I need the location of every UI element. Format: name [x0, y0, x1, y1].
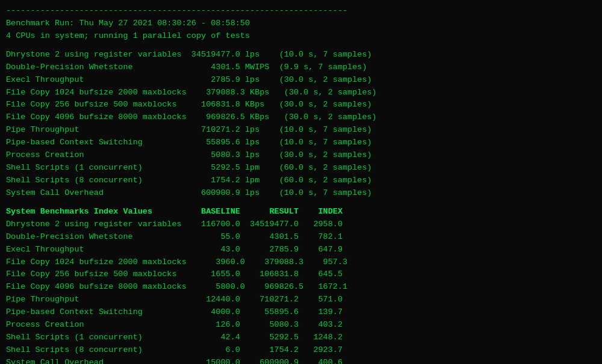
- benchmark-row: Shell Scripts (1 concurrent) 5292.5 lpm …: [6, 162, 596, 174]
- benchmark-row: File Copy 1024 bufsize 2000 maxblocks 37…: [6, 87, 596, 99]
- index-table-row: File Copy 1024 bufsize 2000 maxblocks 39…: [6, 256, 596, 269]
- terminal-output: ----------------------------------------…: [6, 5, 596, 364]
- index-table-header: System Benchmarks Index Values BASELINE …: [6, 206, 596, 218]
- benchmark-row: Pipe Throughput 710271.2 lps (10.0 s, 7 …: [6, 124, 596, 137]
- benchmark-run-line: Benchmark Run: Thu May 27 2021 08:30:26 …: [6, 17, 596, 30]
- index-table-row: Pipe-based Context Switching 4000.0 5589…: [6, 306, 596, 319]
- index-table-row: Execl Throughput 43.0 2785.9 647.9: [6, 244, 596, 256]
- top-separator: ----------------------------------------…: [6, 5, 596, 17]
- index-table-row: Double-Precision Whetstone 55.0 4301.5 7…: [6, 231, 596, 244]
- benchmark-row: Double-Precision Whetstone 4301.5 MWIPS …: [6, 61, 596, 74]
- benchmarks-section: Dhrystone 2 using register variables 345…: [6, 49, 596, 200]
- benchmark-row: Process Creation 5080.3 lps (30.0 s, 2 s…: [6, 149, 596, 162]
- benchmark-row: Execl Throughput 2785.9 lps (30.0 s, 2 s…: [6, 74, 596, 87]
- benchmark-row: Pipe-based Context Switching 55895.6 lps…: [6, 137, 596, 149]
- benchmark-row: Shell Scripts (8 concurrent) 1754.2 lpm …: [6, 174, 596, 187]
- index-table-row: System Call Overhead 15000.0 600900.9 40…: [6, 357, 596, 364]
- benchmark-row: File Copy 4096 bufsize 8000 maxblocks 96…: [6, 111, 596, 124]
- index-table-row: Dhrystone 2 using register variables 116…: [6, 218, 596, 231]
- index-table-row: Shell Scripts (8 concurrent) 6.0 1754.2 …: [6, 344, 596, 357]
- benchmark-row: File Copy 256 bufsize 500 maxblocks 1068…: [6, 99, 596, 111]
- index-table: System Benchmarks Index Values BASELINE …: [6, 206, 596, 364]
- index-table-row: File Copy 256 bufsize 500 maxblocks 1655…: [6, 268, 596, 281]
- index-table-row: Pipe Throughput 12440.0 710271.2 571.0: [6, 294, 596, 306]
- index-table-row: File Copy 4096 bufsize 8000 maxblocks 58…: [6, 281, 596, 294]
- cpu-info-line: 4 CPUs in system; running 1 parallel cop…: [6, 30, 596, 43]
- benchmark-row: System Call Overhead 600900.9 lps (10.0 …: [6, 187, 596, 200]
- index-table-row: Process Creation 126.0 5080.3 403.2: [6, 319, 596, 332]
- benchmark-row: Dhrystone 2 using register variables 345…: [6, 49, 596, 61]
- index-table-row: Shell Scripts (1 concurrent) 42.4 5292.5…: [6, 332, 596, 344]
